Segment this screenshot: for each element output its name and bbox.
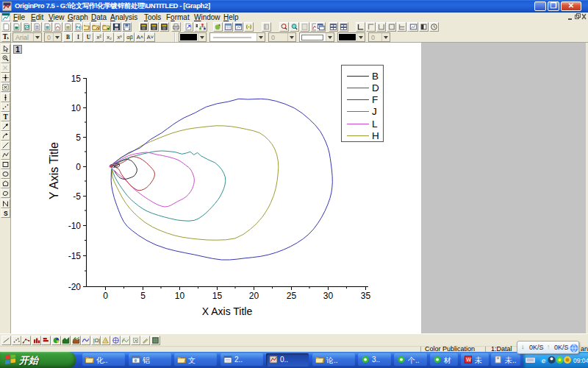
svg-text:e: e xyxy=(542,357,545,364)
svg-text:X Axis Title: X Axis Title xyxy=(202,305,253,317)
svg-text:15: 15 xyxy=(212,291,223,301)
svg-text:D: D xyxy=(372,82,379,93)
svg-text:10: 10 xyxy=(71,103,82,113)
svg-text:|Ω|: |Ω| xyxy=(93,337,99,344)
svg-text:-20: -20 xyxy=(68,282,82,292)
svg-text:T: T xyxy=(3,33,8,40)
svg-text:10: 10 xyxy=(175,291,185,301)
svg-text:S: S xyxy=(4,210,8,217)
svg-text:35: 35 xyxy=(361,291,371,301)
svg-text:Y Axis Title: Y Axis Title xyxy=(48,142,60,199)
svg-text:15: 15 xyxy=(71,74,82,84)
svg-text:J: J xyxy=(372,106,377,117)
svg-text:5: 5 xyxy=(140,291,146,301)
svg-text:0: 0 xyxy=(76,162,81,172)
svg-text:30: 30 xyxy=(323,291,334,301)
svg-text:25: 25 xyxy=(287,291,297,301)
svg-text:L: L xyxy=(372,118,378,130)
svg-text:W: W xyxy=(466,356,471,363)
svg-text:5: 5 xyxy=(76,132,81,143)
svg-text:-10: -10 xyxy=(68,221,82,231)
svg-text:-5: -5 xyxy=(73,191,81,202)
svg-text:-15: -15 xyxy=(68,251,82,261)
svg-text:0: 0 xyxy=(103,291,108,301)
svg-text:20: 20 xyxy=(249,291,259,301)
svg-text:T: T xyxy=(4,113,9,121)
svg-text:H: H xyxy=(372,130,379,141)
svg-text:F: F xyxy=(372,94,378,105)
svg-text:B: B xyxy=(372,71,379,82)
